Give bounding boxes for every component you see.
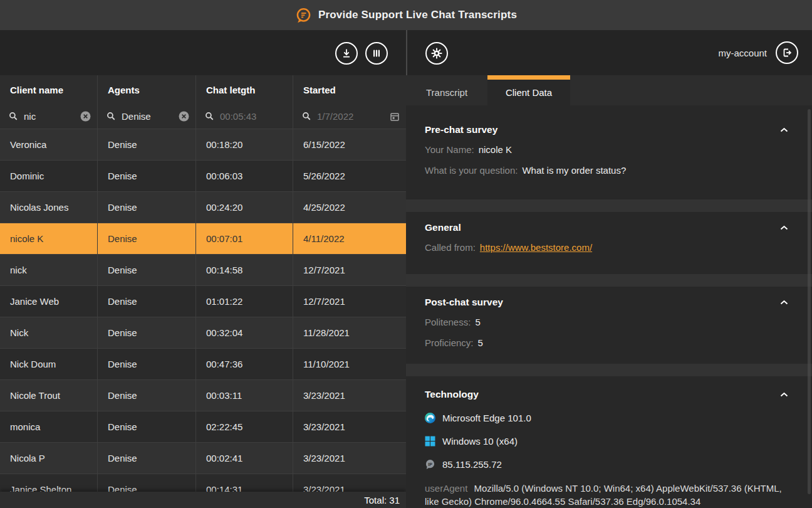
field-value: 5 [471, 317, 480, 327]
cell-client: nick [0, 255, 97, 285]
columns-button[interactable] [365, 42, 388, 65]
field-row: Politeness:5 [425, 316, 789, 329]
cell-agent: Denise [97, 411, 195, 442]
client-name-filter-input[interactable] [24, 111, 75, 122]
clear-filter-icon[interactable] [80, 111, 91, 122]
total-count: Total: 31 [364, 495, 400, 505]
browser-value: Microsoft Edge 101.0 [442, 413, 531, 423]
table-row[interactable]: VeronicaDenise00:18:206/15/2022 [0, 129, 406, 160]
table-footer: Total: 31 [0, 492, 406, 508]
cell-agent: Denise [97, 443, 195, 474]
table-row[interactable]: Janice WebDenise01:01:2212/7/2021 [0, 285, 406, 317]
cell-started: 4/25/2022 [293, 192, 406, 223]
toolbar: my-account [0, 30, 812, 75]
section-post-chat-survey: Post-chat survey Politeness:5 Proficienc… [406, 287, 812, 364]
account-name: my-account [718, 48, 767, 58]
cell-started: 11/28/2021 [293, 317, 406, 348]
chevron-up-icon[interactable] [779, 126, 789, 134]
svg-text:IP: IP [428, 462, 432, 467]
field-row: What is your question:What is my order s… [425, 164, 789, 177]
cell-started: 12/7/2021 [293, 255, 406, 285]
cell-chat-length: 00:24:20 [195, 192, 293, 223]
cell-client: Nicolas Jones [0, 192, 97, 223]
section-pre-chat-survey: Pre-chat survey Your Name:nicole K What … [406, 105, 812, 199]
column-header-started[interactable]: Started [293, 75, 406, 104]
started-filter-input[interactable] [317, 111, 384, 122]
table-row[interactable]: Nicola PDenise00:02:413/23/2021 [0, 442, 406, 474]
field-value: 5 [474, 337, 483, 348]
table-row[interactable]: nickDenise00:14:5812/7/2021 [0, 254, 406, 285]
section-general: General Called from:https://www.beststor… [406, 212, 812, 274]
table-row[interactable]: DominicDenise00:06:035/26/2022 [0, 160, 406, 191]
column-header-client-name[interactable]: Client name [0, 75, 97, 104]
table-row[interactable]: Nick DoumDenise00:47:3611/10/2021 [0, 348, 406, 379]
tech-item-os: Windows 10 (x64) [425, 436, 789, 447]
cell-chat-length: 00:06:03 [195, 161, 293, 191]
cell-started: 11/10/2021 [293, 349, 406, 379]
cell-client: Veronica [0, 129, 97, 160]
cell-started: 3/23/2021 [293, 380, 406, 411]
table-body: VeronicaDenise00:18:206/15/2022DominicDe… [0, 129, 406, 505]
vertical-scrollbar[interactable] [808, 109, 811, 494]
cell-chat-length: 00:07:01 [195, 223, 293, 254]
field-label: Your Name: [425, 144, 474, 155]
table-row[interactable]: nicole KDenise00:07:014/11/2022 [0, 223, 406, 254]
cell-client: monica [0, 411, 97, 442]
chat-length-filter-input[interactable] [220, 111, 286, 122]
tech-item-browser: Microsoft Edge 101.0 [425, 413, 789, 423]
download-button[interactable] [335, 42, 358, 65]
clear-filter-icon[interactable] [179, 111, 189, 122]
logout-button[interactable] [776, 41, 798, 64]
table-row[interactable]: Nicole TroutDenise00:03:113/23/2021 [0, 379, 406, 411]
cell-started: 3/23/2021 [293, 411, 406, 442]
agents-filter-input[interactable] [122, 111, 173, 122]
field-row: Proficiency:5 [425, 337, 789, 349]
cell-started: 6/15/2022 [293, 129, 406, 160]
column-header-chat-length[interactable]: Chat letgth [195, 75, 293, 104]
column-header-agents[interactable]: Agents [97, 75, 195, 104]
tab-transcript[interactable]: Transcript [406, 75, 487, 105]
chevron-up-icon[interactable] [779, 224, 789, 232]
user-agent-label: userAgent [425, 483, 467, 494]
field-row: Called from:https://www.beststore.com/ [425, 241, 789, 254]
logout-icon [781, 46, 793, 59]
table-header-row: Client name Agents Chat letgth Started [0, 75, 406, 104]
tech-item-ip: IP 85.115.255.72 [425, 459, 789, 470]
os-value: Windows 10 (x64) [442, 436, 518, 447]
toolbar-divider [406, 30, 407, 75]
table-filter-row [0, 104, 406, 129]
cell-chat-length: 00:32:04 [195, 317, 293, 348]
cell-chat-length: 00:47:36 [195, 349, 293, 379]
called-from-link[interactable]: https://www.beststore.com/ [476, 242, 592, 253]
table-row[interactable]: monicaDenise02:22:453/23/2021 [0, 411, 406, 442]
section-title: Post-chat survey [425, 297, 503, 308]
search-icon [107, 112, 116, 121]
cell-started: 12/7/2021 [293, 286, 406, 317]
tab-client-data[interactable]: Client Data [487, 75, 570, 105]
cell-agent: Denise [97, 286, 195, 317]
cell-started: 5/26/2022 [293, 161, 406, 191]
field-row: Your Name:nicole K [425, 144, 789, 156]
cell-agent: Denise [97, 349, 195, 379]
field-label: Called from: [425, 242, 476, 253]
cell-client: Nick [0, 317, 97, 348]
user-agent-row: userAgentMozilla/5.0 (Windows NT 10.0; W… [425, 482, 782, 508]
cell-agent: Denise [97, 317, 195, 348]
table-row[interactable]: Nicolas JonesDenise00:24:204/25/2022 [0, 191, 406, 223]
cell-agent: Denise [97, 161, 195, 191]
cell-client: Dominic [0, 161, 97, 191]
ip-value: 85.115.255.72 [442, 459, 502, 470]
title-bar: Provide Support Live Chat Transcripts [0, 0, 812, 30]
table-row[interactable]: NickDenise00:32:0411/28/2021 [0, 317, 406, 348]
search-icon [9, 112, 18, 121]
chevron-up-icon[interactable] [779, 391, 789, 399]
cell-client: nicole K [0, 223, 97, 254]
detail-tabbar: Transcript Client Data [406, 75, 812, 105]
search-icon [205, 112, 214, 121]
settings-button[interactable] [425, 42, 448, 65]
client-detail-panel: Transcript Client Data Pre-chat survey Y… [406, 75, 812, 508]
chevron-up-icon[interactable] [779, 299, 789, 307]
windows-os-icon [425, 436, 435, 447]
cell-agent: Denise [97, 129, 195, 160]
calendar-icon[interactable] [390, 112, 400, 122]
